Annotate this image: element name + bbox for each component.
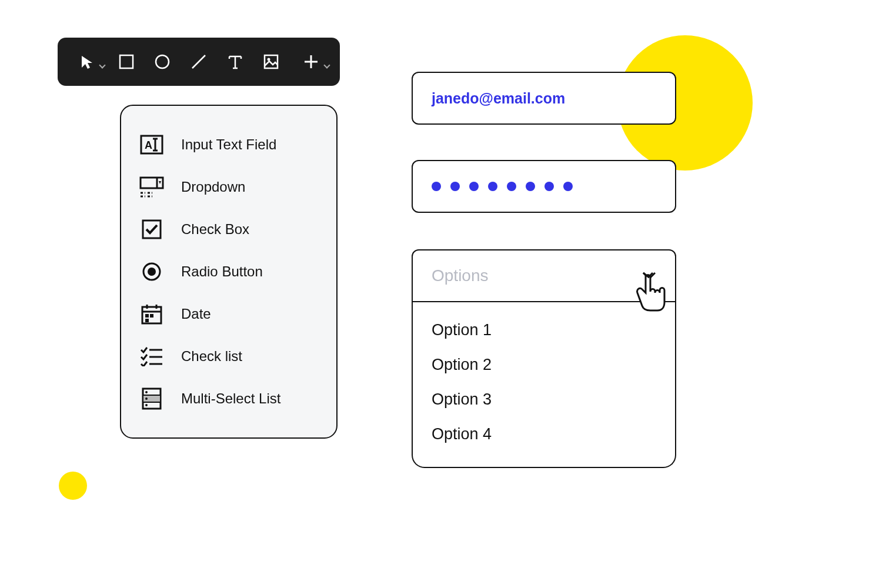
element-label: Input Text Field — [181, 136, 276, 153]
element-label: Dropdown — [181, 179, 245, 195]
dropdown-icon — [139, 175, 165, 199]
element-checklist[interactable]: Check list — [136, 335, 321, 377]
svg-rect-25 — [145, 319, 149, 322]
password-field[interactable] — [412, 160, 676, 213]
selector-tool[interactable] — [73, 52, 100, 72]
decor-circle-small — [59, 472, 87, 500]
element-radio[interactable]: Radio Button — [136, 250, 321, 293]
svg-point-18 — [148, 268, 156, 276]
option-item[interactable]: Option 4 — [432, 417, 656, 452]
element-input-text[interactable]: A Input Text Field — [136, 123, 321, 166]
svg-text:A: A — [145, 139, 152, 151]
svg-point-4 — [268, 58, 270, 61]
options-list: Option 1Option 2Option 3Option 4 — [412, 302, 676, 468]
svg-rect-23 — [145, 314, 149, 318]
element-checkbox[interactable]: Check Box — [136, 208, 321, 250]
svg-point-31 — [145, 391, 148, 393]
element-label: Date — [181, 306, 211, 322]
add-tool[interactable] — [298, 52, 325, 72]
chevron-down-icon — [99, 62, 105, 68]
svg-point-33 — [145, 404, 148, 406]
element-label: Check list — [181, 348, 242, 365]
element-dropdown[interactable]: Dropdown — [136, 166, 321, 208]
svg-point-1 — [156, 55, 169, 68]
option-item[interactable]: Option 2 — [432, 348, 656, 382]
email-value: janedo@email.com — [432, 90, 565, 107]
multiselect-icon — [139, 387, 165, 410]
option-item[interactable]: Option 3 — [432, 382, 656, 417]
password-dots — [432, 182, 573, 191]
image-tool[interactable] — [262, 52, 282, 72]
radio-icon — [139, 260, 165, 283]
svg-line-2 — [192, 55, 205, 68]
input-text-icon: A — [139, 133, 165, 156]
checkbox-icon — [139, 218, 165, 241]
elements-panel: A Input Text Field Dropdown Check Box Ra… — [120, 105, 338, 439]
checklist-icon — [139, 345, 165, 368]
svg-point-32 — [145, 397, 148, 400]
email-field[interactable]: janedo@email.com — [412, 72, 676, 125]
element-label: Check Box — [181, 221, 249, 238]
line-tool[interactable] — [189, 52, 209, 72]
options-placeholder: Options — [432, 266, 489, 285]
option-item[interactable]: Option 1 — [432, 313, 656, 348]
chevron-down-icon — [323, 62, 330, 68]
rectangle-tool[interactable] — [116, 52, 136, 72]
circle-tool[interactable] — [152, 52, 172, 72]
element-multiselect[interactable]: Multi-Select List — [136, 377, 321, 420]
cursor-pointer-icon — [632, 272, 668, 313]
svg-rect-0 — [120, 55, 133, 68]
text-tool[interactable] — [225, 52, 245, 72]
date-icon — [139, 302, 165, 326]
element-label: Radio Button — [181, 263, 263, 280]
element-date[interactable]: Date — [136, 293, 321, 335]
svg-rect-24 — [150, 314, 153, 318]
toolbar — [58, 38, 340, 86]
element-label: Multi-Select List — [181, 390, 280, 407]
